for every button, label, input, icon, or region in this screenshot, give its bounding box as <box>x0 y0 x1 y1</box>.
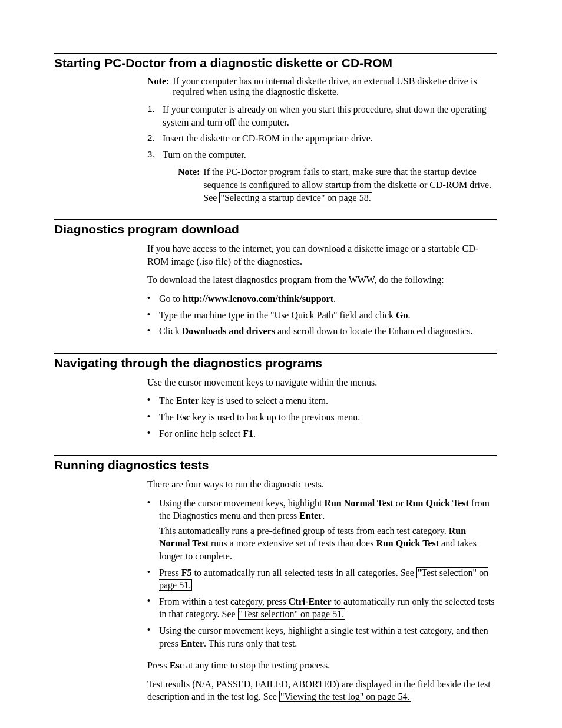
section-body: If you have access to the internet, you … <box>147 242 497 338</box>
document-page: Starting PC-Doctor from a diagnostic dis… <box>0 0 562 728</box>
note-text: If your computer has no internal diskett… <box>173 76 497 97</box>
step-text: If your computer is already on when you … <box>163 103 497 129</box>
bullet-list: Go to http://www.lenovo.com/think/suppor… <box>147 292 497 338</box>
nested-note: Note: If the PC-Doctor program fails to … <box>178 166 497 204</box>
section-body: Note: If your computer has no internal d… <box>147 76 497 204</box>
list-item: Turn on the computer. Note: If the PC-Do… <box>147 149 497 204</box>
heading-starting-pcdoctor: Starting PC-Doctor from a diagnostic dis… <box>54 56 497 70</box>
bullet-list: The Enter key is used to select a menu i… <box>147 394 497 440</box>
note-label: Note: <box>178 166 200 204</box>
paragraph: To download the latest diagnostics progr… <box>147 274 497 286</box>
paragraph: There are four ways to run the diagnosti… <box>147 478 497 491</box>
cross-ref-link[interactable]: "Test selection" on page 51. <box>238 608 346 620</box>
note-text: If the PC-Doctor program fails to start,… <box>203 166 497 204</box>
list-item: Press F5 to automatically run all select… <box>147 566 497 592</box>
list-item: The Enter key is used to select a menu i… <box>147 394 497 407</box>
section-rule <box>54 219 497 220</box>
note: Note: If your computer has no internal d… <box>147 76 497 97</box>
list-item: For online help select F1. <box>147 427 497 440</box>
heading-diagnostics-download: Diagnostics program download <box>54 222 497 236</box>
list-item: The Esc key is used to back up to the pr… <box>147 411 497 424</box>
list-item: Go to http://www.lenovo.com/think/suppor… <box>147 292 497 305</box>
list-item: Using the cursor movement keys, highligh… <box>147 624 497 650</box>
paragraph: Use the cursor movement keys to navigate… <box>147 376 497 389</box>
note-label: Note: <box>147 76 169 97</box>
list-item: From within a test category, press Ctrl-… <box>147 595 497 621</box>
paragraph: If you have access to the internet, you … <box>147 242 497 268</box>
step-text: Insert the diskette or CD-ROM in the app… <box>163 132 373 145</box>
list-item: Using the cursor movement keys, highligh… <box>147 497 497 563</box>
cross-ref-link[interactable]: "Selecting a startup device" on page 58. <box>219 192 372 203</box>
step-text: Turn on the computer. <box>163 150 246 160</box>
paragraph: Test results (N/A, PASSED, FAILED, ABORT… <box>147 678 497 703</box>
bullet-list: Using the cursor movement keys, highligh… <box>147 497 497 650</box>
list-item: Click Downloads and drivers and scroll d… <box>147 325 497 338</box>
section-rule <box>54 353 497 354</box>
section-body: There are four ways to run the diagnosti… <box>147 478 497 703</box>
heading-navigating: Navigating through the diagnostics progr… <box>54 356 497 370</box>
list-item: Insert the diskette or CD-ROM in the app… <box>147 132 497 145</box>
cross-ref-link[interactable]: "Viewing the test log" on page 54. <box>279 691 411 702</box>
heading-running-tests: Running diagnostics tests <box>54 458 497 472</box>
paragraph: Press Esc at any time to stop the testin… <box>147 659 497 672</box>
section-body: Use the cursor movement keys to navigate… <box>147 376 497 440</box>
section-rule <box>54 455 497 456</box>
numbered-list: If your computer is already on when you … <box>147 103 497 204</box>
list-item: Type the machine type in the "Use Quick … <box>147 309 497 322</box>
section-rule <box>54 53 497 54</box>
list-item: If your computer is already on when you … <box>147 103 497 129</box>
